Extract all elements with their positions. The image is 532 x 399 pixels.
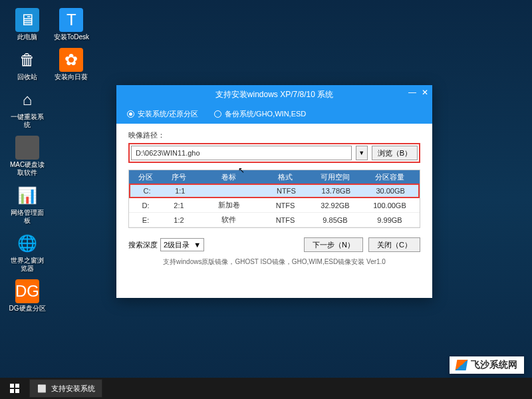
close-button[interactable]: ✕ — [422, 88, 428, 97]
desktop-icons-area: 🖥 此电脑 T 安装ToDesk 🗑 回收站 ✿ 安装向日葵 ⌂ 一键重装系统 … — [7, 7, 93, 318]
path-row-highlight: D:\0623\WIN11.gho ▼ 浏览（B） — [128, 143, 420, 163]
desktop-icon-todesk[interactable]: T 安装ToDesk — [53, 8, 90, 41]
radio-icon — [214, 110, 221, 118]
action-buttons: 下一步（N） 关闭（C） — [304, 237, 420, 252]
icon-label: 此电脑 — [9, 33, 46, 41]
table-row-d[interactable]: D: 2:1 新加卷 NTFS 32.92GB 100.00GB — [129, 198, 420, 213]
chevron-down-icon: ▼ — [194, 241, 201, 249]
svg-rect-1 — [15, 384, 19, 388]
col-drive: 分区 — [129, 170, 162, 184]
table-row-c[interactable]: C: 1:1 NTFS 13.78GB 30.00GB — [129, 184, 420, 198]
image-path-input[interactable]: D:\0623\WIN11.gho — [131, 146, 352, 160]
footer-text: 支持windows原版镜像，GHOST ISO镜像，GHO,WIM,ESD镜像安… — [128, 257, 420, 267]
mode-options: 安装系统/还原分区 备份系统/GHO,WIN,ESD — [116, 104, 432, 124]
radio-label: 备份系统/GHO,WIN,ESD — [225, 109, 306, 119]
col-total: 分区容量 — [362, 170, 418, 184]
browse-button[interactable]: 浏览（B） — [372, 146, 418, 160]
browser-icon: 🌐 — [15, 231, 39, 255]
col-fs: 格式 — [262, 170, 309, 184]
desktop-icon-mac[interactable]: MAC硬盘读取软件 — [9, 136, 46, 177]
taskbar-app-label: 支持安装系统 — [51, 384, 95, 394]
reinstall-icon: ⌂ — [15, 88, 39, 112]
titlebar-controls: — ✕ — [408, 88, 428, 97]
col-free: 可用空间 — [309, 170, 362, 184]
svg-rect-0 — [10, 384, 14, 388]
svg-rect-3 — [15, 389, 19, 393]
installer-body: 映像路径： D:\0623\WIN11.gho ▼ 浏览（B） 分区 序号 卷标… — [116, 124, 432, 272]
bottom-row: 搜索深度 2级目录 ▼ 下一步（N） 关闭（C） — [128, 237, 420, 252]
watermark-text: 飞沙系统网 — [471, 359, 517, 371]
search-depth-select[interactable]: 2级目录 ▼ — [160, 238, 204, 251]
next-button[interactable]: 下一步（N） — [304, 237, 363, 252]
app-icon: ⬜ — [37, 383, 47, 394]
watermark-icon — [456, 360, 468, 370]
col-label: 卷标 — [196, 170, 262, 184]
desktop-icon-dg[interactable]: DG DG硬盘分区 — [9, 279, 46, 313]
pc-icon: 🖥 — [15, 8, 39, 32]
installer-window: 支持安装windows XP/7/8/10 系统 — ✕ 安装系统/还原分区 备… — [116, 85, 432, 298]
start-button[interactable] — [3, 378, 27, 399]
icon-label: 安装ToDesk — [53, 33, 90, 41]
mac-disk-icon — [15, 136, 39, 160]
desktop-icon-recycle[interactable]: 🗑 回收站 — [9, 48, 46, 81]
close-button[interactable]: 关闭（C） — [368, 237, 420, 252]
partition-table: 分区 序号 卷标 格式 可用空间 分区容量 C: 1:1 NTFS 13.78G… — [128, 170, 420, 228]
svg-rect-2 — [10, 389, 14, 393]
recycle-icon: 🗑 — [15, 48, 39, 72]
table-header: 分区 序号 卷标 格式 可用空间 分区容量 — [129, 170, 420, 184]
dg-icon: DG — [15, 279, 39, 303]
table-row-e[interactable]: E: 1:2 软件 NTFS 9.85GB 9.99GB — [129, 213, 420, 227]
watermark: 飞沙系统网 — [450, 356, 524, 374]
icon-label: 一键重装系统 — [9, 113, 46, 129]
search-depth-label: 搜索深度 — [128, 240, 158, 250]
path-label: 映像路径： — [128, 130, 420, 140]
radio-label: 安装系统/还原分区 — [138, 109, 198, 119]
minimize-button[interactable]: — — [408, 88, 416, 97]
path-dropdown[interactable]: ▼ — [356, 146, 368, 160]
radio-install-restore[interactable]: 安装系统/还原分区 — [127, 109, 198, 119]
icon-label: MAC硬盘读取软件 — [9, 161, 46, 177]
todesk-icon: T — [59, 8, 83, 32]
desktop-icon-browser[interactable]: 🌐 世界之窗浏览器 — [9, 231, 46, 273]
col-seq: 序号 — [162, 170, 196, 184]
icon-label: 回收站 — [9, 73, 46, 81]
desktop-icon-reinstall[interactable]: ⌂ 一键重装系统 — [9, 88, 46, 129]
titlebar[interactable]: 支持安装windows XP/7/8/10 系统 — ✕ — [116, 85, 432, 104]
path-value: D:\0623\WIN11.gho — [136, 149, 200, 157]
taskbar-app-installer[interactable]: ⬜ 支持安装系统 — [29, 379, 102, 398]
radio-icon — [127, 110, 134, 118]
taskbar: ⬜ 支持安装系统 — [0, 378, 532, 399]
desktop-icon-network[interactable]: 📊 网络管理面板 — [9, 184, 46, 225]
sunflower-icon: ✿ — [59, 48, 83, 72]
desktop-icon-this-pc[interactable]: 🖥 此电脑 — [9, 8, 46, 41]
network-icon: 📊 — [15, 184, 39, 207]
icon-label: 安装向日葵 — [53, 73, 90, 81]
icon-label: DG硬盘分区 — [9, 305, 46, 313]
window-title: 支持安装windows XP/7/8/10 系统 — [215, 89, 333, 100]
radio-backup[interactable]: 备份系统/GHO,WIN,ESD — [214, 109, 306, 119]
desktop-icon-sunflower[interactable]: ✿ 安装向日葵 — [53, 48, 90, 81]
search-depth: 搜索深度 2级目录 ▼ — [128, 238, 204, 251]
icon-label: 网络管理面板 — [9, 209, 46, 225]
windows-icon — [10, 384, 19, 393]
icon-label: 世界之窗浏览器 — [9, 257, 46, 273]
